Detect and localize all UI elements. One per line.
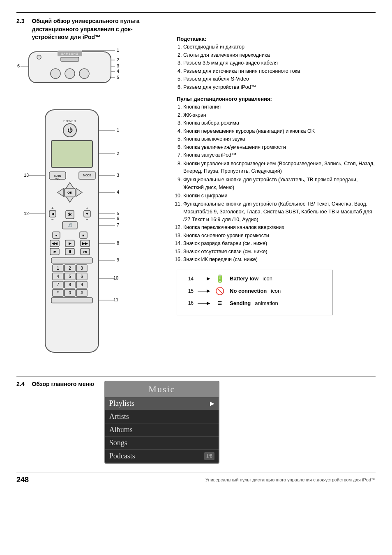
menu-item-albums: Albums: [105, 423, 219, 437]
svg-text:+: +: [51, 206, 54, 210]
battery-low-icon: 🔋: [214, 274, 226, 283]
svg-text:−: −: [86, 217, 88, 222]
remote-item-12: Кнопка переключения каналов вверх/вниз: [183, 224, 376, 231]
icon-row-battery: 14 ——▶ 🔋 Battery low icon: [183, 274, 326, 283]
svg-text:4: 4: [57, 274, 59, 279]
svg-text:⏮: ⏮: [53, 250, 57, 254]
page-number: 248: [16, 476, 29, 484]
sending-label-bold: Sending: [230, 300, 251, 306]
menu-item-playlists: Playlists ▶: [105, 397, 219, 410]
svg-text:12: 12: [24, 211, 29, 216]
svg-text:◀: ◀: [51, 212, 54, 216]
dock-item-5: Разъем для кабеля S-Video: [183, 76, 376, 83]
section-23-title: Общий обзор универсального пульта дистан…: [32, 17, 164, 42]
page-footer: 248 Универсальный пульт дистанционного у…: [16, 472, 376, 484]
svg-text:1: 1: [117, 127, 119, 132]
svg-text:🎵: 🎵: [68, 223, 73, 228]
svg-text:✱: ✱: [68, 212, 72, 217]
no-connection-icon: 🚫: [214, 287, 226, 296]
remote-svg: POWER ⏻ MAIN VOL MODE: [16, 108, 148, 363]
svg-text:MAIN: MAIN: [54, 174, 61, 177]
section-24-heading-wrap: 2.4 Обзор главного меню: [16, 381, 94, 387]
section-24-title: Обзор главного меню: [32, 381, 94, 387]
svg-rect-64: [51, 258, 92, 263]
svg-text:7: 7: [117, 222, 119, 227]
svg-text:9: 9: [117, 257, 119, 262]
svg-text:3: 3: [81, 266, 83, 271]
noconn-label-bold: No connection: [230, 288, 267, 294]
icon-arrow-15: ——▶: [198, 288, 210, 294]
svg-text:◀◀: ◀◀: [52, 241, 58, 245]
svg-text:*: *: [57, 291, 59, 295]
battery-label-normal: icon: [263, 275, 272, 282]
section-24-number: 2.4: [16, 381, 24, 387]
dock-list: Светодиодный индикатор Слоты для извлече…: [183, 44, 376, 91]
sending-label-normal: animation: [255, 300, 278, 306]
svg-text:2: 2: [117, 151, 119, 156]
svg-text:0: 0: [69, 291, 71, 295]
remote-item-1: Кнопка питания: [183, 104, 376, 111]
remote-item-10: Кнопки с цифрами: [183, 192, 376, 200]
dock-subheading: Подставка:: [177, 36, 376, 42]
remote-list: Кнопка питания ЖК-экран Кнопка выбора ре…: [183, 104, 376, 264]
remote-item-2: ЖК-экран: [183, 112, 376, 119]
left-column: 2.3 Общий обзор универсального пульта ди…: [16, 17, 164, 364]
remote-subheading: Пульт дистанционного управления:: [177, 96, 376, 102]
menu-badge-podcasts: 1/8: [204, 452, 214, 460]
menu-item-podcasts: Podcasts 1/8: [105, 450, 219, 463]
icons-box: 14 ——▶ 🔋 Battery low icon 15 ——▶ 🚫 No co…: [177, 270, 333, 315]
remote-item-4: Кнопки перемещения курсора (навигации) и…: [183, 128, 376, 135]
remote-item-7: Кнопка запуска iPod™: [183, 152, 376, 159]
svg-text:6: 6: [117, 216, 119, 221]
svg-text:OK: OK: [67, 191, 72, 194]
right-column: Подставка: Светодиодный индикатор Слоты …: [177, 17, 376, 364]
svg-rect-3: [61, 57, 79, 61]
svg-text:⏭: ⏭: [83, 250, 87, 254]
dock-item-6: Разъем для устройства iPod™: [183, 84, 376, 91]
dock-diagram: SAMSUNG 1 2: [16, 46, 164, 100]
icon-row-sending: 16 ——▶ ≡ Sending animation: [183, 299, 326, 308]
remote-item-14: Значок разряда батареи (см. ниже): [183, 240, 376, 247]
remote-item-8: Кнопки управления воспроизведением (Восп…: [183, 160, 376, 176]
svg-text:■: ■: [83, 234, 85, 237]
svg-text:−: −: [51, 217, 54, 222]
remote-item-3: Кнопка выбора режима: [183, 120, 376, 127]
section-23-number: 2.3: [16, 18, 24, 24]
ipod-menu-screen: Music Playlists ▶ Artists Albums Songs P…: [104, 381, 219, 464]
menu-item-songs: Songs: [105, 437, 219, 450]
remote-diagram: POWER ⏻ MAIN VOL MODE: [16, 108, 164, 364]
svg-text:2: 2: [69, 266, 71, 271]
remote-item-11: Функциональные кнопки для устройств (Каб…: [183, 200, 376, 223]
icon-num-14: 14: [183, 276, 194, 282]
svg-text:10: 10: [113, 275, 118, 280]
remote-item-9: Функциональные кнопки для устройств (Ука…: [183, 176, 376, 192]
svg-text:1: 1: [57, 266, 59, 271]
section-24: 2.4 Обзор главного меню Music Playlists …: [16, 376, 376, 464]
svg-text:+: +: [86, 206, 88, 210]
svg-text:▶: ▶: [69, 241, 71, 245]
sending-animation-icon: ≡: [214, 299, 226, 308]
svg-text:POWER: POWER: [63, 120, 76, 123]
dock-item-4: Разъем для источника питания постоянного…: [183, 68, 376, 75]
svg-rect-89: [51, 298, 92, 303]
svg-text:5: 5: [69, 274, 71, 279]
svg-text:13: 13: [24, 173, 29, 178]
svg-text:5: 5: [117, 211, 119, 216]
icon-arrow-14: ——▶: [198, 276, 210, 281]
svg-text:9: 9: [81, 282, 83, 287]
svg-text:#: #: [81, 291, 83, 295]
svg-text:●: ●: [55, 234, 58, 237]
remote-item-16: Значок ИК передачи (см. ниже): [183, 256, 376, 264]
icon-arrow-16: ——▶: [198, 301, 210, 306]
top-section: 2.3 Общий обзор универсального пульта ди…: [16, 12, 376, 364]
footer-text: Универсальный пульт дистанционного управ…: [205, 477, 376, 482]
icon-num-16: 16: [183, 300, 194, 306]
menu-item-artists: Artists: [105, 410, 219, 423]
svg-text:SAMSUNG: SAMSUNG: [61, 52, 78, 55]
svg-text:▶▶: ▶▶: [82, 241, 88, 245]
dock-svg: SAMSUNG 1 2: [16, 46, 148, 99]
svg-text:⏻: ⏻: [67, 127, 73, 133]
svg-text:5: 5: [117, 75, 119, 80]
svg-text:6: 6: [17, 63, 20, 68]
svg-point-6: [79, 69, 89, 79]
